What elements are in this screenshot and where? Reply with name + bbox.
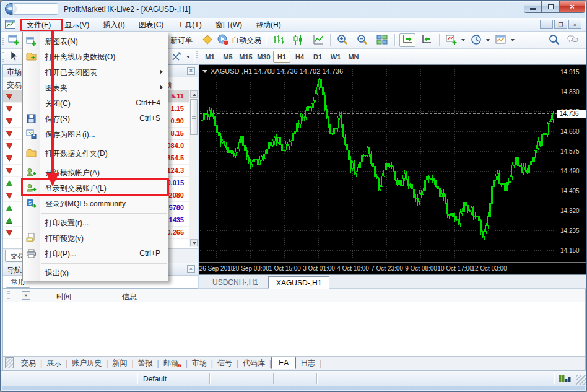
bid-price: 0.015 (167, 179, 184, 186)
menu-item-7[interactable]: 帮助(H) (249, 18, 288, 32)
chart-tab-xagusd-h1[interactable]: XAGUSD-,H1 (268, 276, 329, 289)
template-icon (495, 33, 507, 48)
indicators-button[interactable] (444, 33, 466, 47)
toolbar-grip[interactable] (196, 51, 198, 63)
terminal-tab-t7[interactable]: 信号 (213, 357, 237, 370)
toolbar-grip[interactable] (2, 52, 4, 63)
terminal-tab-t0[interactable]: 交易 (17, 357, 40, 370)
terminal-tab-t6[interactable]: 市场 (188, 357, 211, 370)
file-menu-item[interactable]: 打印设置(r)... (23, 215, 168, 230)
price-scale[interactable]: 14.91514.83014.74514.66014.57514.49014.4… (557, 65, 586, 262)
file-menu-item[interactable]: 打开离线历史数据(O) (23, 49, 168, 64)
new-chart-icon (7, 33, 20, 48)
terminal-close-icon[interactable]: × (22, 291, 30, 300)
navigator-title: 导航 (7, 266, 22, 274)
title-pill (12, 3, 58, 15)
terminal-tab-t4[interactable]: 警报 (134, 357, 157, 370)
zoom-out-button[interactable] (355, 33, 370, 47)
status-separator (554, 373, 554, 384)
terminal-tab-t8[interactable]: 代码库 (238, 357, 269, 370)
auto-scroll-button[interactable] (399, 33, 415, 47)
menu-item-2[interactable]: 显示(V) (58, 18, 96, 32)
terminal-tabs-handle[interactable] (5, 357, 14, 368)
menu-item-5[interactable]: 工具(T) (170, 18, 208, 32)
file-menu-item[interactable]: 保存为图片(i)... (23, 126, 168, 142)
bid-price: 5780 (169, 204, 184, 211)
line-studies-button[interactable] (169, 50, 191, 64)
chart-plot[interactable] (200, 66, 557, 262)
terminal-tab-t5[interactable]: 邮箱6 (159, 357, 186, 370)
resize-grip[interactable] (576, 375, 586, 385)
periods-button[interactable] (469, 33, 491, 47)
restore-button[interactable] (542, 1, 559, 13)
chart-tab-usdcnh-h1[interactable]: USDCNH-,H1 (205, 276, 266, 289)
chart-shift-icon (420, 33, 433, 48)
connection-status-icon (559, 373, 571, 386)
timeframe-m1[interactable]: M1 (201, 51, 219, 63)
close-button[interactable]: × (559, 1, 585, 13)
file-menu-item[interactable]: 5登录到MQL5.community (23, 196, 168, 211)
market-watch-scrollbar[interactable] (189, 90, 198, 247)
chat-button[interactable] (565, 33, 580, 47)
chart-shift-button[interactable] (419, 33, 434, 47)
time-scale[interactable]: 26 Sep 201828 Sep 03:001 Oct 15:003 Oct … (199, 262, 587, 274)
navigator-close-icon[interactable]: × (187, 265, 195, 273)
folder-offline-icon (26, 51, 37, 62)
price-tick-label: 14.405 (560, 188, 580, 194)
file-menu-item-label: 图表夹 (45, 84, 67, 92)
file-menu-item[interactable]: 退出(x) (23, 265, 168, 281)
file-menu-item[interactable]: 图表夹 (23, 80, 168, 95)
templates-button[interactable] (494, 33, 516, 47)
timeframe-w1[interactable]: W1 (327, 51, 344, 63)
cursor-icon (7, 50, 20, 64)
terminal-tab-t2[interactable]: 账户历史 (67, 357, 106, 370)
file-menu-item-label: 打印设置(r)... (45, 219, 89, 227)
timeframe-m5[interactable]: M5 (219, 51, 237, 63)
terminal-tab-t3[interactable]: 新闻 (108, 357, 131, 370)
mdi-restore-button[interactable]: ❐ (554, 20, 567, 29)
menu-item-4[interactable]: 图表(C) (132, 18, 171, 32)
new-chart-button[interactable] (6, 33, 21, 47)
autotrading-icon (217, 33, 229, 48)
tile-windows-button[interactable] (375, 33, 389, 47)
mdi-close-button[interactable]: × (568, 20, 581, 29)
search-button[interactable] (547, 33, 562, 47)
price-up-arrow-icon (6, 205, 12, 211)
line-chart-button[interactable] (311, 33, 326, 47)
scrollbar-thumb[interactable] (190, 99, 198, 135)
timeframe-d1[interactable]: D1 (309, 51, 326, 63)
file-menu-item[interactable]: 关闭(C)Ctrl+F4 (23, 95, 168, 111)
file-menu-item[interactable]: 打开已关闭图表 (23, 64, 168, 80)
file-menu-item[interactable]: 保存(S)Ctrl+S (23, 111, 168, 126)
file-menu-item[interactable]: 打印(P)...Ctrl+P (23, 246, 168, 261)
cursor-button[interactable] (6, 50, 21, 64)
autotrading-label: 自动交易 (232, 35, 261, 46)
scroll-down-button[interactable] (190, 239, 198, 246)
metaeditor-button[interactable] (200, 33, 215, 47)
terminal-grip[interactable] (7, 291, 10, 300)
menu-item-6[interactable]: 窗口(W) (209, 18, 249, 32)
terminal-tab-t10[interactable]: 日志 (296, 357, 320, 370)
autotrading-button[interactable]: 自动交易 (215, 33, 263, 47)
toolbar-grip[interactable] (2, 35, 4, 46)
candlestick-chart-button[interactable] (291, 33, 306, 47)
market-watch-close-icon[interactable]: × (187, 67, 195, 75)
toolbar-separator (194, 51, 194, 63)
mdi-minimize-button[interactable]: – (540, 20, 553, 29)
timeframe-m30[interactable]: M30 (255, 51, 272, 63)
timeframe-h1[interactable]: H1 (273, 51, 290, 63)
timeframe-m15[interactable]: M15 (237, 51, 254, 63)
terminal-tab-ea[interactable]: EA (271, 357, 296, 369)
bar-chart-button[interactable] (271, 33, 286, 47)
file-menu-item[interactable]: 打开数据文件夹(D) (23, 146, 168, 161)
file-menu-item[interactable]: 新图表(N) (23, 33, 168, 49)
scroll-up-button[interactable] (190, 90, 198, 98)
file-menu-item[interactable]: 打印预览(v) (23, 230, 168, 246)
price-down-arrow-icon (6, 155, 12, 161)
menu-item-3[interactable]: 插入(I) (96, 18, 131, 32)
timeframe-mn[interactable]: MN (345, 51, 362, 63)
zoom-in-button[interactable] (335, 33, 350, 47)
timeframe-h4[interactable]: H4 (291, 51, 308, 63)
minimize-button[interactable] (524, 1, 542, 13)
terminal-tab-t1[interactable]: 展示 (42, 357, 66, 370)
